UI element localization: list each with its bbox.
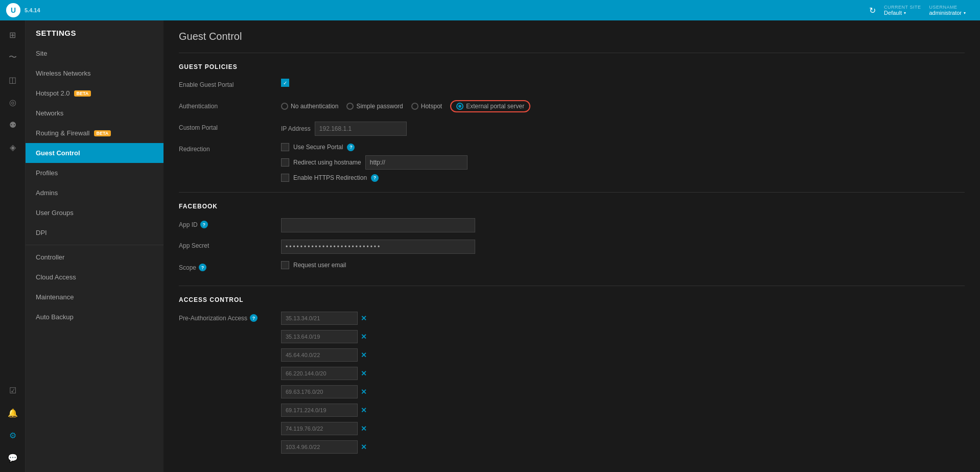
page-title: Guest Control — [179, 31, 965, 42]
hostname-checkbox[interactable] — [281, 158, 289, 167]
access-entry-8-remove[interactable]: ✕ — [361, 443, 367, 451]
radio-hotspot[interactable]: Hotspot — [411, 103, 442, 110]
hotspot-badge: BETA — [74, 90, 91, 97]
icon-nav: ⊞ 〜 ◫ ◎ ⚉ ◈ ☑ 🔔 ⚙ 💬 — [0, 20, 26, 472]
nav-clients[interactable]: ⚉ — [3, 114, 23, 135]
ip-address-input[interactable] — [315, 122, 407, 136]
access-entry-4-input[interactable] — [281, 367, 358, 380]
app-id-label: App ID ? — [179, 218, 281, 228]
sidebar-item-site[interactable]: Site — [26, 43, 164, 63]
username-label: USERNAME — [929, 5, 957, 10]
nav-stats[interactable]: 〜 — [3, 47, 23, 67]
sidebar-item-networks[interactable]: Networks — [26, 103, 164, 123]
nav-insights[interactable]: ◈ — [3, 137, 23, 157]
access-entry-3-remove[interactable]: ✕ — [361, 351, 367, 359]
sidebar-item-dpi[interactable]: DPI — [26, 223, 164, 243]
app-id-row: App ID ? — [179, 218, 965, 232]
sidebar: SETTINGS Site Wireless Networks Hotspot … — [26, 20, 164, 472]
logo-area: U 5.4.14 — [6, 3, 40, 17]
pre-auth-help-icon[interactable]: ? — [250, 314, 258, 322]
access-entry-6-remove[interactable]: ✕ — [361, 406, 367, 414]
sidebar-item-hotspot[interactable]: Hotspot 2.0 BETA — [26, 83, 164, 103]
app-id-help-icon[interactable]: ? — [200, 221, 208, 228]
nav-chat[interactable]: 💬 — [3, 447, 23, 468]
https-label: Enable HTTPS Redirection — [293, 174, 367, 181]
nav-map[interactable]: ◫ — [3, 69, 23, 90]
https-checkbox[interactable] — [281, 174, 289, 182]
sidebar-item-profiles[interactable]: Profiles — [26, 163, 164, 183]
routing-badge: BETA — [94, 130, 111, 136]
access-entry-2-input[interactable] — [281, 330, 358, 343]
scope-row: Scope ? Request user email — [179, 261, 965, 275]
access-entry-1: ✕ — [281, 312, 367, 325]
authentication-row: Authentication No authentication Simple … — [179, 100, 965, 114]
sidebar-item-cloud-access[interactable]: Cloud Access — [26, 267, 164, 287]
username-area[interactable]: USERNAME administrator ▾ — [929, 5, 966, 16]
sidebar-item-maintenance[interactable]: Maintenance — [26, 287, 164, 307]
pre-auth-row: Pre-Authorization Access ? ✕ ✕ ✕ — [179, 312, 965, 457]
access-entry-8-input[interactable] — [281, 440, 358, 454]
refresh-icon[interactable]: ↻ — [869, 6, 876, 15]
access-entry-1-input[interactable] — [281, 312, 358, 325]
https-help-icon[interactable]: ? — [371, 174, 379, 182]
sidebar-item-guest-control[interactable]: Guest Control — [26, 143, 164, 163]
enable-guest-portal-row: Enable Guest Portal ✓ — [179, 79, 965, 93]
access-entry-7-remove[interactable]: ✕ — [361, 424, 367, 433]
sidebar-item-wireless-networks[interactable]: Wireless Networks — [26, 63, 164, 83]
sidebar-item-routing[interactable]: Routing & Firewall BETA — [26, 123, 164, 143]
facebook-header: FACEBOOK — [179, 203, 965, 210]
radio-hotspot-circle — [411, 103, 418, 110]
access-entry-4: ✕ — [281, 367, 367, 380]
radio-external-portal[interactable]: External portal server — [450, 100, 530, 112]
sidebar-item-auto-backup[interactable]: Auto Backup — [26, 307, 164, 327]
nav-devices[interactable]: ◎ — [3, 92, 23, 112]
access-entry-7-input[interactable] — [281, 422, 358, 435]
access-entry-8: ✕ — [281, 440, 367, 454]
username-value: administrator — [929, 10, 962, 16]
access-entry-4-remove[interactable]: ✕ — [361, 369, 367, 377]
current-site-value: Default — [884, 10, 902, 16]
scope-help-icon[interactable]: ? — [199, 264, 206, 271]
auth-radio-group: No authentication Simple password Hotspo… — [281, 100, 530, 112]
ubiquiti-icon: U — [6, 3, 20, 17]
access-entry-2-remove[interactable]: ✕ — [361, 333, 367, 341]
sidebar-item-admins[interactable]: Admins — [26, 183, 164, 203]
sidebar-item-user-groups[interactable]: User Groups — [26, 203, 164, 223]
radio-simple-password-circle — [346, 103, 354, 110]
access-entry-5-input[interactable] — [281, 385, 358, 398]
app-secret-label: App Secret — [179, 240, 281, 249]
radio-no-auth[interactable]: No authentication — [281, 103, 338, 110]
scope-email-checkbox[interactable] — [281, 261, 289, 269]
secure-portal-help-icon[interactable]: ? — [347, 144, 355, 151]
app-secret-input[interactable] — [281, 240, 475, 254]
scope-email-item: Request user email — [281, 261, 346, 269]
nav-dashboard[interactable]: ⊞ — [3, 25, 23, 45]
access-entry-5: ✕ — [281, 385, 367, 398]
version-label: 5.4.14 — [25, 7, 40, 13]
access-entry-3-input[interactable] — [281, 348, 358, 362]
sidebar-item-controller[interactable]: Controller — [26, 247, 164, 267]
access-entry-1-remove[interactable]: ✕ — [361, 314, 367, 322]
app-id-input[interactable] — [281, 218, 475, 232]
guest-policies-header: GUEST POLICIES — [179, 63, 965, 70]
scope-label: Scope ? — [179, 261, 281, 271]
access-entry-5-remove[interactable]: ✕ — [361, 388, 367, 396]
access-entry-7: ✕ — [281, 422, 367, 435]
authentication-label: Authentication — [179, 100, 281, 110]
hostname-label: Redirect using hostname — [293, 159, 361, 166]
radio-simple-password[interactable]: Simple password — [346, 103, 403, 110]
current-site[interactable]: CURRENT SITE Default ▾ — [884, 5, 921, 16]
access-entry-3: ✕ — [281, 348, 367, 362]
nav-alerts[interactable]: 🔔 — [3, 403, 23, 423]
access-entry-6-input[interactable] — [281, 404, 358, 417]
secure-portal-checkbox[interactable] — [281, 143, 289, 151]
scope-email-label: Request user email — [293, 262, 346, 269]
enable-guest-portal-checkbox[interactable]: ✓ — [281, 79, 289, 87]
custom-portal-label: Custom Portal — [179, 122, 281, 131]
custom-portal-row: Custom Portal IP Address — [179, 122, 965, 136]
site-chevron-icon: ▾ — [904, 11, 906, 15]
nav-tasks[interactable]: ☑ — [3, 380, 23, 400]
hostname-input[interactable] — [365, 155, 468, 170]
access-entry-2: ✕ — [281, 330, 367, 343]
nav-settings[interactable]: ⚙ — [3, 425, 23, 445]
